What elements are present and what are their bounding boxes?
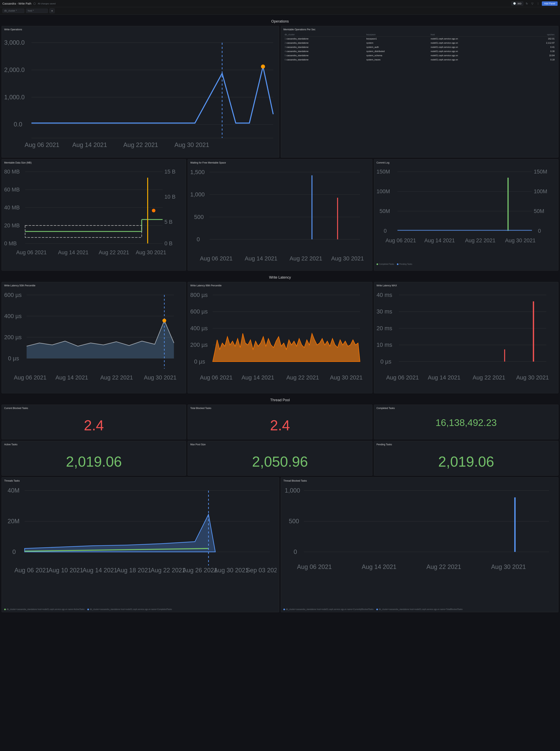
thread-pool-section-title: Thread Pool bbox=[2, 395, 558, 405]
svg-text:30 ms: 30 ms bbox=[377, 308, 392, 315]
threads-tasks-legend: db_cluster=cassandra_standalone host=nod… bbox=[4, 608, 277, 610]
more-options-button[interactable]: ⋮ bbox=[536, 2, 540, 5]
table-header-row: db_cluster keyspace host ops/sec bbox=[283, 33, 556, 37]
legend-dot-pending bbox=[397, 263, 398, 265]
svg-marker-96 bbox=[213, 333, 360, 361]
legend-dot-completed bbox=[377, 263, 378, 265]
svg-text:0: 0 bbox=[197, 236, 200, 243]
share-icon[interactable]: ⬡ bbox=[33, 2, 36, 5]
legend-total-blocked-tasks: db_cluster=cassandra_standalone host=nod… bbox=[376, 608, 463, 610]
threads-tasks-panel: Threads Tasks 40M 20M 0 Aug 06 2021 Aug … bbox=[2, 477, 279, 612]
svg-text:400 µs: 400 µs bbox=[190, 325, 207, 331]
svg-text:200 µs: 200 µs bbox=[4, 334, 22, 340]
host-input[interactable] bbox=[26, 8, 48, 13]
completed-tasks-panel: Completed Tasks 16,138,492.23 bbox=[374, 405, 558, 439]
wlmax-title: Write Latency MAX bbox=[377, 284, 556, 287]
legend-dot-total-blocked bbox=[376, 609, 378, 610]
db-cluster-input[interactable] bbox=[2, 8, 24, 13]
svg-text:Aug 22 2021: Aug 22 2021 bbox=[123, 141, 158, 148]
svg-text:Aug 22 2021: Aug 22 2021 bbox=[426, 563, 461, 570]
svg-text:150M: 150M bbox=[534, 169, 547, 175]
svg-text:800 µs: 800 µs bbox=[190, 291, 207, 298]
col-db-cluster: db_cluster bbox=[283, 33, 365, 37]
svg-text:10 B: 10 B bbox=[164, 194, 175, 200]
cell-keyspace: system_distributed bbox=[365, 49, 429, 54]
svg-text:Aug 06 2021: Aug 06 2021 bbox=[200, 374, 233, 381]
svg-text:Aug 22 2021: Aug 22 2021 bbox=[100, 374, 133, 381]
cell-host: node01.ceph.service.vgp.vn bbox=[429, 54, 522, 58]
svg-text:Aug 22 2021: Aug 22 2021 bbox=[99, 249, 129, 255]
wl99-title: Write Latency 99th Percentile bbox=[190, 284, 369, 287]
thread-blocked-tasks-panel: Thread Blocked Tasks 1,000 500 0 Aug 06 … bbox=[281, 477, 558, 612]
cell-keyspace: keyspace1 bbox=[365, 37, 429, 41]
svg-text:0: 0 bbox=[538, 228, 541, 234]
cell-host: node01.ceph.service.vgp.vn bbox=[429, 37, 522, 41]
svg-text:500: 500 bbox=[194, 214, 204, 220]
svg-text:Aug 22 2021: Aug 22 2021 bbox=[289, 255, 322, 262]
svg-text:150M: 150M bbox=[377, 169, 390, 175]
filter-icon-button[interactable]: ▽ bbox=[531, 2, 534, 5]
write-operations-panel: Write Operations 3,000.0 2,000.0 1,000.0… bbox=[2, 26, 279, 158]
wl50-title: Write Latency 50th Percentile bbox=[4, 284, 183, 287]
add-panel-button[interactable]: Add Panel bbox=[542, 1, 558, 6]
table-row: 4 cassandra_standalone system_distribute… bbox=[283, 49, 556, 54]
write-operations-title: Write Operations bbox=[4, 28, 277, 31]
memtable-ops-title: Memtable Operations Per Sec bbox=[283, 28, 556, 31]
svg-text:200 µs: 200 µs bbox=[190, 342, 207, 348]
waiting-memtable-title: Waiting for Free Memtable Space bbox=[190, 161, 369, 164]
svg-text:Aug 22 2021: Aug 22 2021 bbox=[465, 237, 495, 243]
threads-tasks-svg: 40M 20M 0 Aug 06 2021 Aug 10 2021 Aug 14… bbox=[4, 484, 277, 606]
svg-text:Aug 06 2021: Aug 06 2021 bbox=[385, 237, 416, 243]
completed-tasks-value: 16,138,492.23 bbox=[377, 411, 556, 432]
svg-text:Aug 22 2021: Aug 22 2021 bbox=[286, 374, 319, 381]
svg-text:40M: 40M bbox=[7, 487, 20, 494]
write-latency-section-title: Write Latency bbox=[2, 272, 558, 282]
svg-text:Sep 03 2021: Sep 03 2021 bbox=[246, 567, 277, 574]
total-blocked-panel: Total Blocked Tasks 2.4 bbox=[188, 405, 372, 439]
memtable-ops-table: db_cluster keyspace host ops/sec 1 cassa… bbox=[283, 33, 556, 62]
svg-text:500: 500 bbox=[289, 518, 299, 525]
add-filter-button[interactable]: + bbox=[49, 8, 55, 13]
thread-blocked-title: Thread Blocked Tasks bbox=[283, 480, 556, 482]
cell-ops: 10.84 bbox=[522, 54, 556, 58]
memtable-data-title: Memtable Data Size (MB) bbox=[4, 161, 183, 164]
cell-host: node01.ceph.service.vgp.vn bbox=[429, 41, 522, 45]
svg-text:Aug 10 2021: Aug 10 2021 bbox=[48, 567, 83, 574]
svg-text:1,000.0: 1,000.0 bbox=[4, 94, 25, 101]
cell-ops: 2,112.97 bbox=[522, 41, 556, 45]
pending-tasks-panel: Pending Tasks 2,019.06 bbox=[374, 441, 558, 475]
col-ops-sec: ops/sec bbox=[522, 33, 556, 37]
svg-text:Aug 18 2021: Aug 18 2021 bbox=[117, 567, 151, 574]
svg-text:Aug 30 2021: Aug 30 2021 bbox=[144, 374, 177, 381]
svg-text:Aug 14 2021: Aug 14 2021 bbox=[428, 374, 460, 381]
svg-text:40 ms: 40 ms bbox=[377, 291, 392, 298]
pending-tasks-value: 2,019.06 bbox=[377, 447, 556, 474]
time-range-picker[interactable]: 🕐 -30D bbox=[511, 1, 523, 5]
memtable-data-svg: 80 MB 60 MB 40 MB 20 MB 0 MB Aug 06 2021… bbox=[4, 166, 183, 261]
svg-text:0 µs: 0 µs bbox=[380, 358, 391, 365]
svg-text:0 µs: 0 µs bbox=[194, 358, 205, 365]
svg-text:0 B: 0 B bbox=[164, 240, 172, 246]
time-range-value: -30D bbox=[517, 2, 521, 5]
svg-text:Aug 30 2021: Aug 30 2021 bbox=[505, 237, 536, 243]
svg-text:0.0: 0.0 bbox=[14, 121, 22, 128]
svg-text:Aug 06 2021: Aug 06 2021 bbox=[14, 567, 49, 574]
current-blocked-value: 2.4 bbox=[4, 411, 183, 438]
write-latency-50-panel: Write Latency 50th Percentile 600 µs 400… bbox=[2, 282, 186, 393]
col-host: host bbox=[429, 33, 522, 37]
saved-status: All changes saved bbox=[38, 2, 56, 5]
table-row: 1 cassandra_standalone keyspace1 node01.… bbox=[283, 37, 556, 41]
legend-dot-currently-blocked bbox=[283, 609, 285, 610]
cell-host: node01.ceph.service.vgp.vn bbox=[429, 45, 522, 49]
legend-pending: Pending Tasks bbox=[397, 263, 412, 265]
svg-text:5 B: 5 B bbox=[164, 219, 172, 225]
filterbar: + bbox=[0, 7, 560, 15]
svg-text:Aug 14 2021: Aug 14 2021 bbox=[83, 567, 117, 574]
cell-db-cluster: 3 cassandra_standalone bbox=[283, 45, 365, 49]
cell-db-cluster: 4 cassandra_standalone bbox=[283, 49, 365, 54]
cell-ops: 0.41 bbox=[522, 45, 556, 49]
current-blocked-title: Current Blocked Tasks bbox=[4, 407, 183, 410]
topbar: Cassandra - Write Path ⬡ All changes sav… bbox=[0, 0, 560, 7]
table-row: 2 cassandra_standalone system node01.cep… bbox=[283, 41, 556, 45]
refresh-button[interactable]: ↻ bbox=[525, 2, 529, 5]
